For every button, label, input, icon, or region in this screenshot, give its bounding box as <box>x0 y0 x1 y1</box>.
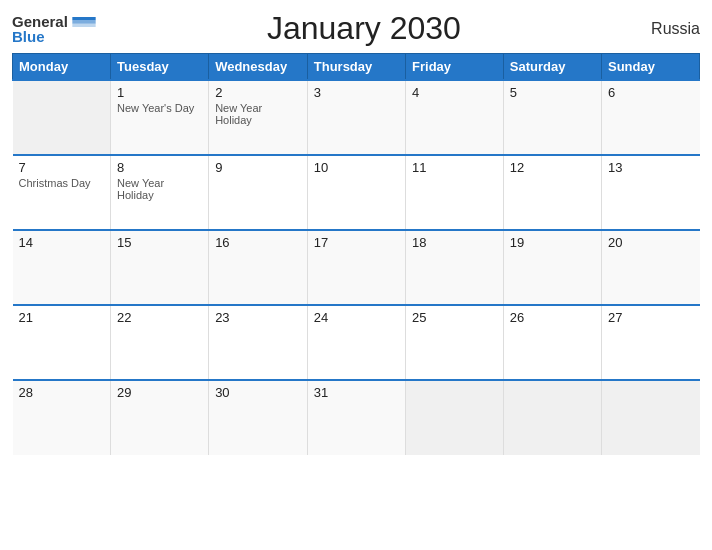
day-number: 16 <box>215 235 301 250</box>
day-number: 26 <box>510 310 595 325</box>
calendar-cell: 18 <box>406 230 504 305</box>
page: General Blue January 2030 Russia Monday … <box>0 0 712 550</box>
logo-blue-text: Blue <box>12 29 45 44</box>
calendar-cell: 22 <box>111 305 209 380</box>
calendar-cell: 17 <box>307 230 405 305</box>
calendar-cell: 13 <box>601 155 699 230</box>
col-friday: Friday <box>406 54 504 81</box>
logo-general-text: General <box>12 14 68 29</box>
day-number: 17 <box>314 235 399 250</box>
svg-rect-0 <box>72 17 95 20</box>
calendar-cell <box>503 380 601 455</box>
day-number: 18 <box>412 235 497 250</box>
calendar-cell: 23 <box>209 305 308 380</box>
calendar-cell: 7Christmas Day <box>13 155 111 230</box>
day-number: 11 <box>412 160 497 175</box>
calendar-table: Monday Tuesday Wednesday Thursday Friday… <box>12 53 700 455</box>
calendar-cell: 9 <box>209 155 308 230</box>
day-number: 31 <box>314 385 399 400</box>
day-number: 14 <box>19 235 105 250</box>
day-number: 4 <box>412 85 497 100</box>
day-number: 27 <box>608 310 694 325</box>
calendar-cell <box>13 80 111 155</box>
day-number: 5 <box>510 85 595 100</box>
day-number: 2 <box>215 85 301 100</box>
day-number: 29 <box>117 385 202 400</box>
calendar-cell: 1New Year's Day <box>111 80 209 155</box>
calendar-cell: 30 <box>209 380 308 455</box>
day-number: 13 <box>608 160 694 175</box>
svg-rect-1 <box>72 20 95 23</box>
calendar-cell: 5 <box>503 80 601 155</box>
holiday-label: New Year Holiday <box>215 102 301 126</box>
calendar-cell: 20 <box>601 230 699 305</box>
calendar-cell: 29 <box>111 380 209 455</box>
calendar-cell: 26 <box>503 305 601 380</box>
calendar-week-2: 7Christmas Day8New Year Holiday910111213 <box>13 155 700 230</box>
calendar-cell: 12 <box>503 155 601 230</box>
calendar-week-4: 21222324252627 <box>13 305 700 380</box>
calendar-week-1: 1New Year's Day2New Year Holiday3456 <box>13 80 700 155</box>
day-number: 12 <box>510 160 595 175</box>
day-number: 10 <box>314 160 399 175</box>
holiday-label: New Year Holiday <box>117 177 202 201</box>
day-number: 9 <box>215 160 301 175</box>
calendar-cell: 16 <box>209 230 308 305</box>
calendar-cell: 3 <box>307 80 405 155</box>
day-number: 20 <box>608 235 694 250</box>
day-number: 3 <box>314 85 399 100</box>
col-thursday: Thursday <box>307 54 405 81</box>
calendar-cell: 28 <box>13 380 111 455</box>
holiday-label: New Year's Day <box>117 102 202 114</box>
day-number: 7 <box>19 160 105 175</box>
day-number: 8 <box>117 160 202 175</box>
header: General Blue January 2030 Russia <box>12 10 700 47</box>
calendar-cell: 25 <box>406 305 504 380</box>
country-label: Russia <box>630 20 700 38</box>
day-number: 22 <box>117 310 202 325</box>
calendar-cell: 15 <box>111 230 209 305</box>
day-number: 25 <box>412 310 497 325</box>
calendar-cell: 6 <box>601 80 699 155</box>
day-number: 23 <box>215 310 301 325</box>
col-tuesday: Tuesday <box>111 54 209 81</box>
day-number: 24 <box>314 310 399 325</box>
logo: General Blue <box>12 14 98 44</box>
day-number: 1 <box>117 85 202 100</box>
calendar-cell: 10 <box>307 155 405 230</box>
calendar-cell: 24 <box>307 305 405 380</box>
calendar-week-5: 28293031 <box>13 380 700 455</box>
col-sunday: Sunday <box>601 54 699 81</box>
calendar-cell <box>406 380 504 455</box>
holiday-label: Christmas Day <box>19 177 105 189</box>
calendar-body: 1New Year's Day2New Year Holiday34567Chr… <box>13 80 700 455</box>
day-number: 30 <box>215 385 301 400</box>
svg-rect-2 <box>72 23 95 26</box>
day-number: 21 <box>19 310 105 325</box>
logo-flag-icon <box>70 17 98 27</box>
day-number: 15 <box>117 235 202 250</box>
calendar-cell: 14 <box>13 230 111 305</box>
calendar-cell: 19 <box>503 230 601 305</box>
calendar-title: January 2030 <box>98 10 630 47</box>
calendar-cell: 31 <box>307 380 405 455</box>
col-wednesday: Wednesday <box>209 54 308 81</box>
calendar-cell: 8New Year Holiday <box>111 155 209 230</box>
day-number: 6 <box>608 85 694 100</box>
day-number: 19 <box>510 235 595 250</box>
day-number: 28 <box>19 385 105 400</box>
header-row: Monday Tuesday Wednesday Thursday Friday… <box>13 54 700 81</box>
calendar-cell: 27 <box>601 305 699 380</box>
calendar-cell: 11 <box>406 155 504 230</box>
calendar-cell: 21 <box>13 305 111 380</box>
calendar-cell: 2New Year Holiday <box>209 80 308 155</box>
calendar-cell: 4 <box>406 80 504 155</box>
col-monday: Monday <box>13 54 111 81</box>
calendar-cell <box>601 380 699 455</box>
calendar-header: Monday Tuesday Wednesday Thursday Friday… <box>13 54 700 81</box>
calendar-week-3: 14151617181920 <box>13 230 700 305</box>
col-saturday: Saturday <box>503 54 601 81</box>
